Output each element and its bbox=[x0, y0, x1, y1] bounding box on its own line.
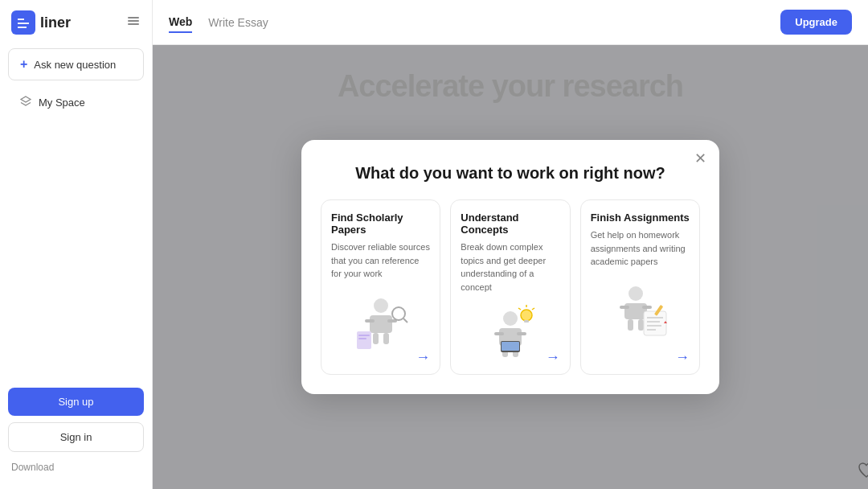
svg-line-25 bbox=[518, 308, 521, 310]
sign-up-button[interactable]: Sign up bbox=[8, 388, 144, 416]
main-area: Web Write Essay Upgrade Accelerate your … bbox=[153, 0, 868, 489]
ask-new-question-button[interactable]: + Ask new question bbox=[8, 48, 144, 80]
main-body: Accelerate your research ✕ What do you w… bbox=[153, 45, 868, 489]
ask-new-label: Ask new question bbox=[34, 59, 116, 71]
card-scholarly-illustration bbox=[331, 287, 430, 351]
svg-point-28 bbox=[628, 286, 643, 301]
svg-point-4 bbox=[374, 298, 388, 313]
svg-rect-1 bbox=[128, 17, 139, 18]
svg-rect-22 bbox=[524, 320, 529, 323]
logo-area: liner bbox=[0, 0, 152, 45]
modal-dialog: ✕ What do you want to work on right now?… bbox=[301, 140, 719, 394]
svg-rect-6 bbox=[365, 319, 375, 323]
card-understand-concepts[interactable]: Understand Concepts Break down complex t… bbox=[450, 199, 570, 375]
svg-rect-34 bbox=[644, 311, 666, 335]
card-scholarly-title: Find Scholarly Papers bbox=[331, 212, 430, 236]
my-space-item[interactable]: My Space bbox=[8, 87, 144, 118]
sidebar: liner + Ask new question My Space Sign u… bbox=[0, 0, 153, 489]
layers-icon bbox=[19, 95, 32, 110]
upgrade-button[interactable]: Upgrade bbox=[780, 10, 852, 35]
liner-logo-icon bbox=[11, 10, 35, 35]
card-assignments-arrow: → bbox=[675, 349, 690, 366]
tab-write-essay[interactable]: Write Essay bbox=[208, 13, 268, 32]
card-concepts-desc: Break down complex topics and get deeper… bbox=[461, 240, 559, 294]
svg-rect-30 bbox=[620, 306, 629, 309]
svg-rect-18 bbox=[517, 332, 526, 335]
sign-in-button[interactable]: Sign in bbox=[8, 422, 144, 452]
svg-rect-9 bbox=[383, 333, 389, 344]
svg-point-15 bbox=[503, 311, 518, 326]
card-finish-assignments[interactable]: Finish Assignments Get help on homework … bbox=[580, 199, 700, 375]
modal-title: What do you want to work on right now? bbox=[355, 164, 665, 182]
logo-text: liner bbox=[40, 14, 71, 31]
svg-point-13 bbox=[392, 307, 405, 320]
svg-rect-17 bbox=[494, 332, 504, 335]
card-assignments-title: Finish Assignments bbox=[591, 212, 690, 224]
svg-line-14 bbox=[403, 318, 407, 323]
svg-line-24 bbox=[532, 308, 534, 310]
card-concepts-title: Understand Concepts bbox=[461, 212, 559, 236]
nav-tabs: Web Write Essay bbox=[169, 12, 268, 33]
svg-rect-8 bbox=[373, 333, 379, 344]
modal-close-button[interactable]: ✕ bbox=[694, 151, 706, 166]
sidebar-toggle-icon[interactable] bbox=[126, 14, 141, 32]
svg-rect-5 bbox=[370, 315, 392, 333]
top-navigation: Web Write Essay Upgrade bbox=[153, 0, 868, 45]
card-scholarly-desc: Discover reliable sources that you can r… bbox=[331, 240, 430, 281]
download-label: Download bbox=[8, 458, 144, 476]
plus-icon: + bbox=[20, 57, 27, 72]
modal-header: What do you want to work on right now? bbox=[321, 162, 700, 183]
svg-rect-31 bbox=[642, 306, 652, 309]
card-scholarly-arrow: → bbox=[416, 349, 430, 366]
modal-cards: Find Scholarly Papers Discover reliable … bbox=[321, 199, 700, 375]
my-space-label: My Space bbox=[39, 97, 85, 109]
card-assignments-illustration bbox=[591, 275, 690, 339]
svg-rect-3 bbox=[128, 23, 139, 25]
svg-rect-2 bbox=[128, 20, 139, 22]
svg-rect-11 bbox=[358, 335, 370, 336]
svg-rect-10 bbox=[357, 331, 371, 349]
card-assignments-desc: Get help on homework assignments and wri… bbox=[591, 228, 690, 269]
card-scholarly-papers[interactable]: Find Scholarly Papers Discover reliable … bbox=[321, 199, 440, 375]
svg-point-21 bbox=[521, 310, 532, 321]
card-concepts-arrow: → bbox=[546, 349, 560, 366]
svg-rect-33 bbox=[638, 319, 644, 331]
logo: liner bbox=[11, 10, 71, 35]
svg-rect-32 bbox=[628, 319, 633, 331]
svg-rect-27 bbox=[502, 342, 519, 351]
svg-rect-12 bbox=[358, 338, 366, 339]
tab-web[interactable]: Web bbox=[169, 12, 192, 33]
sidebar-bottom: Sign up Sign in Download bbox=[0, 375, 152, 489]
